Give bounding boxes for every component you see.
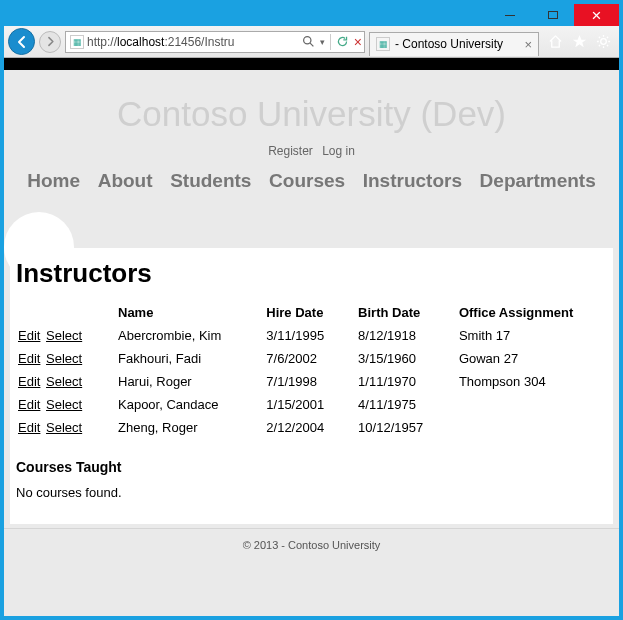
home-icon[interactable]: [547, 34, 563, 50]
select-link[interactable]: Select: [46, 397, 82, 412]
col-office: Office Assignment: [451, 301, 613, 324]
nav-students[interactable]: Students: [170, 170, 251, 191]
refresh-icon[interactable]: [336, 35, 349, 48]
cell-name: Harui, Roger: [110, 370, 258, 393]
col-birth: Birth Date: [350, 301, 451, 324]
table-row: Edit Select Fakhouri, Fadi 7/6/2002 3/15…: [10, 347, 613, 370]
tab-favicon-icon: ▦: [376, 37, 390, 51]
table-row: Edit Select Abercrombie, Kim 3/11/1995 8…: [10, 324, 613, 347]
cell-hire: 3/11/1995: [258, 324, 350, 347]
stop-icon[interactable]: ×: [354, 34, 362, 50]
nav-departments[interactable]: Departments: [480, 170, 596, 191]
cell-birth: 1/11/1970: [350, 370, 451, 393]
page-favicon-icon: ▦: [70, 35, 84, 49]
browser-tab[interactable]: ▦ - Contoso University ×: [369, 32, 539, 56]
cell-hire: 1/15/2001: [258, 393, 350, 416]
cell-name: Abercrombie, Kim: [110, 324, 258, 347]
cell-name: Zheng, Roger: [110, 416, 258, 439]
page-footer: © 2013 - Contoso University: [4, 528, 619, 571]
cell-birth: 8/12/1918: [350, 324, 451, 347]
window-minimize-button[interactable]: [488, 4, 531, 26]
select-link[interactable]: Select: [46, 420, 82, 435]
select-link[interactable]: Select: [46, 328, 82, 343]
select-link[interactable]: Select: [46, 351, 82, 366]
window-maximize-button[interactable]: [531, 4, 574, 26]
login-link[interactable]: Log in: [322, 144, 355, 158]
site-brand: Contoso University (Dev): [10, 70, 613, 140]
browser-command-icons: [543, 34, 615, 50]
auth-links: Register Log in: [10, 140, 613, 166]
svg-point-0: [303, 37, 310, 44]
col-hire: Hire Date: [258, 301, 350, 324]
page-topbar: [4, 58, 619, 70]
address-bar[interactable]: ▦ http://localhost:21456/Instru ▾ ×: [65, 31, 365, 53]
window-frame: × ▦ http://localhost:21456/Instru ▾: [0, 0, 623, 620]
cell-office: Gowan 27: [451, 347, 613, 370]
dropdown-icon[interactable]: ▾: [320, 37, 325, 47]
edit-link[interactable]: Edit: [18, 328, 40, 343]
site-title: Contoso University (Dev): [10, 94, 613, 134]
browser-back-button[interactable]: [8, 28, 35, 55]
no-courses-message: No courses found.: [10, 485, 613, 500]
courses-subheading: Courses Taught: [10, 439, 613, 485]
cell-hire: 2/12/2004: [258, 416, 350, 439]
cell-office: [451, 416, 613, 439]
edit-link[interactable]: Edit: [18, 397, 40, 412]
col-name: Name: [110, 301, 258, 324]
tools-icon[interactable]: [595, 34, 611, 50]
address-text: http://localhost:21456/Instru: [87, 35, 299, 49]
nav-home[interactable]: Home: [27, 170, 80, 191]
window-close-button[interactable]: ×: [574, 4, 619, 26]
cell-name: Fakhouri, Fadi: [110, 347, 258, 370]
select-link[interactable]: Select: [46, 374, 82, 389]
table-row: Edit Select Zheng, Roger 2/12/2004 10/12…: [10, 416, 613, 439]
cell-birth: 10/12/1957: [350, 416, 451, 439]
page-body: Instructors Name Hire Date Birth Date Of…: [10, 248, 613, 524]
cell-office: Thompson 304: [451, 370, 613, 393]
favorites-icon[interactable]: [571, 34, 587, 50]
instructors-table: Name Hire Date Birth Date Office Assignm…: [10, 301, 613, 439]
svg-point-2: [600, 39, 606, 45]
cell-birth: 4/11/1975: [350, 393, 451, 416]
table-row: Edit Select Harui, Roger 7/1/1998 1/11/1…: [10, 370, 613, 393]
cell-office: Smith 17: [451, 324, 613, 347]
browser-forward-button[interactable]: [39, 31, 61, 53]
nav-about[interactable]: About: [98, 170, 153, 191]
tab-close-icon[interactable]: ×: [524, 37, 532, 52]
nav-courses[interactable]: Courses: [269, 170, 345, 191]
cell-name: Kapoor, Candace: [110, 393, 258, 416]
cell-hire: 7/6/2002: [258, 347, 350, 370]
svg-line-1: [310, 43, 313, 46]
table-row: Edit Select Kapoor, Candace 1/15/2001 4/…: [10, 393, 613, 416]
main-nav: Home About Students Courses Instructors …: [10, 166, 613, 202]
edit-link[interactable]: Edit: [18, 351, 40, 366]
edit-link[interactable]: Edit: [18, 420, 40, 435]
nav-instructors[interactable]: Instructors: [363, 170, 462, 191]
window-titlebar: ×: [4, 4, 619, 26]
tab-title: - Contoso University: [395, 37, 519, 51]
cell-hire: 7/1/1998: [258, 370, 350, 393]
browser-toolbar: ▦ http://localhost:21456/Instru ▾ × ▦ - …: [4, 26, 619, 58]
edit-link[interactable]: Edit: [18, 374, 40, 389]
search-icon[interactable]: [302, 35, 315, 48]
cell-office: [451, 393, 613, 416]
page-heading: Instructors: [10, 248, 613, 301]
cell-birth: 3/15/1960: [350, 347, 451, 370]
register-link[interactable]: Register: [268, 144, 313, 158]
page-viewport: Contoso University (Dev) Register Log in…: [4, 58, 619, 616]
